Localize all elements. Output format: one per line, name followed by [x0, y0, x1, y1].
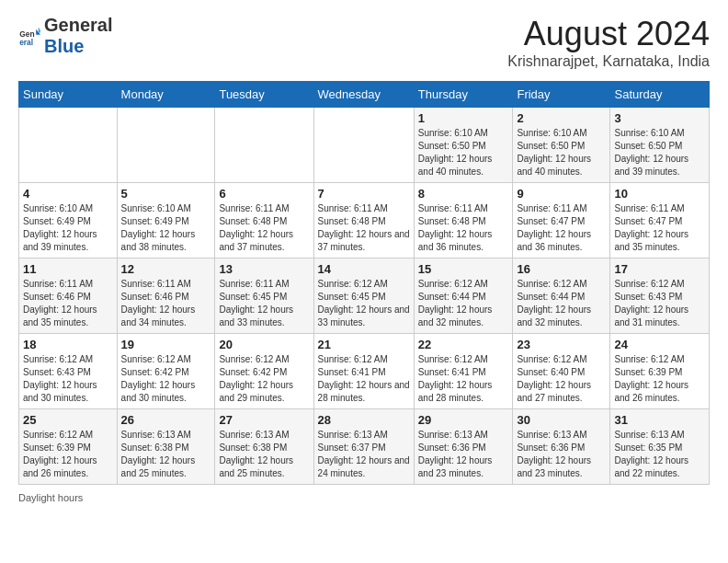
day-number: 11	[23, 262, 113, 276]
day-info: Sunrise: 6:13 AMSunset: 6:37 PMDaylight:…	[318, 429, 410, 480]
table-row	[313, 108, 414, 183]
table-row: 13Sunrise: 6:11 AMSunset: 6:45 PMDayligh…	[215, 259, 313, 334]
col-sunday: Sunday	[19, 82, 118, 108]
day-info: Sunrise: 6:12 AMSunset: 6:44 PMDaylight:…	[517, 278, 606, 329]
title-area: August 2024 Krishnarajpet, Karnataka, In…	[507, 15, 710, 70]
location: Krishnarajpet, Karnataka, India	[507, 53, 710, 70]
day-info: Sunrise: 6:11 AMSunset: 6:47 PMDaylight:…	[614, 202, 705, 254]
day-info: Sunrise: 6:11 AMSunset: 6:46 PMDaylight:…	[121, 278, 211, 329]
table-row: 9Sunrise: 6:11 AMSunset: 6:47 PMDaylight…	[513, 183, 610, 259]
day-info: Sunrise: 6:13 AMSunset: 6:38 PMDaylight:…	[219, 429, 309, 480]
day-number: 22	[418, 338, 509, 351]
day-number: 18	[23, 338, 113, 351]
table-row: 2Sunrise: 6:10 AMSunset: 6:50 PMDaylight…	[513, 108, 610, 183]
table-row: 26Sunrise: 6:13 AMSunset: 6:38 PMDayligh…	[117, 409, 215, 485]
day-info: Sunrise: 6:13 AMSunset: 6:38 PMDaylight:…	[121, 429, 211, 480]
footer-note: Daylight hours	[18, 492, 710, 503]
table-row: 11Sunrise: 6:11 AMSunset: 6:46 PMDayligh…	[19, 259, 118, 334]
day-info: Sunrise: 6:10 AMSunset: 6:49 PMDaylight:…	[121, 202, 211, 254]
day-info: Sunrise: 6:11 AMSunset: 6:48 PMDaylight:…	[318, 202, 410, 254]
day-info: Sunrise: 6:10 AMSunset: 6:50 PMDaylight:…	[517, 127, 606, 178]
day-info: Sunrise: 6:12 AMSunset: 6:41 PMDaylight:…	[418, 353, 509, 405]
day-number: 25	[23, 413, 113, 427]
col-friday: Friday	[513, 82, 610, 108]
day-number: 3	[614, 111, 705, 125]
table-row: 28Sunrise: 6:13 AMSunset: 6:37 PMDayligh…	[313, 409, 414, 485]
table-row	[117, 108, 215, 183]
table-row: 25Sunrise: 6:12 AMSunset: 6:39 PMDayligh…	[19, 409, 118, 485]
table-row: 6Sunrise: 6:11 AMSunset: 6:48 PMDaylight…	[215, 183, 313, 259]
day-number: 30	[517, 413, 606, 427]
table-row: 12Sunrise: 6:11 AMSunset: 6:46 PMDayligh…	[117, 259, 215, 334]
calendar-header-row: Sunday Monday Tuesday Wednesday Thursday…	[19, 82, 710, 108]
day-number: 6	[219, 187, 309, 201]
table-row: 7Sunrise: 6:11 AMSunset: 6:48 PMDaylight…	[313, 183, 414, 259]
day-number: 23	[517, 338, 606, 351]
day-info: Sunrise: 6:12 AMSunset: 6:45 PMDaylight:…	[318, 278, 410, 329]
day-number: 14	[318, 262, 410, 276]
header: Gen eral General Blue August 2024 Krishn…	[18, 15, 710, 70]
table-row: 22Sunrise: 6:12 AMSunset: 6:41 PMDayligh…	[414, 334, 513, 409]
table-row: 31Sunrise: 6:13 AMSunset: 6:35 PMDayligh…	[610, 409, 710, 485]
day-number: 21	[318, 338, 410, 351]
table-row: 19Sunrise: 6:12 AMSunset: 6:42 PMDayligh…	[117, 334, 215, 409]
calendar-week-row: 11Sunrise: 6:11 AMSunset: 6:46 PMDayligh…	[19, 259, 710, 334]
day-number: 28	[318, 413, 410, 427]
table-row: 15Sunrise: 6:12 AMSunset: 6:44 PMDayligh…	[414, 259, 513, 334]
day-info: Sunrise: 6:11 AMSunset: 6:46 PMDaylight:…	[23, 278, 113, 329]
col-tuesday: Tuesday	[215, 82, 313, 108]
table-row: 30Sunrise: 6:13 AMSunset: 6:36 PMDayligh…	[513, 409, 610, 485]
col-wednesday: Wednesday	[313, 82, 414, 108]
day-number: 12	[121, 262, 211, 276]
day-number: 19	[121, 338, 211, 351]
day-info: Sunrise: 6:10 AMSunset: 6:50 PMDaylight:…	[418, 127, 509, 178]
day-number: 9	[517, 187, 606, 201]
day-info: Sunrise: 6:11 AMSunset: 6:47 PMDaylight:…	[517, 202, 606, 254]
table-row	[19, 108, 118, 183]
day-number: 7	[318, 187, 410, 201]
table-row: 29Sunrise: 6:13 AMSunset: 6:36 PMDayligh…	[414, 409, 513, 485]
logo-general: General	[44, 15, 112, 35]
table-row: 3Sunrise: 6:10 AMSunset: 6:50 PMDaylight…	[610, 108, 710, 183]
day-info: Sunrise: 6:12 AMSunset: 6:43 PMDaylight:…	[23, 353, 113, 405]
logo: Gen eral General Blue	[18, 15, 112, 57]
day-info: Sunrise: 6:13 AMSunset: 6:35 PMDaylight:…	[614, 429, 705, 480]
day-number: 26	[121, 413, 211, 427]
table-row: 10Sunrise: 6:11 AMSunset: 6:47 PMDayligh…	[610, 183, 710, 259]
table-row: 17Sunrise: 6:12 AMSunset: 6:43 PMDayligh…	[610, 259, 710, 334]
col-monday: Monday	[117, 82, 215, 108]
day-number: 4	[23, 187, 113, 201]
daylight-label: Daylight hours	[18, 492, 83, 503]
table-row: 24Sunrise: 6:12 AMSunset: 6:39 PMDayligh…	[610, 334, 710, 409]
day-number: 31	[614, 413, 705, 427]
calendar-week-row: 1Sunrise: 6:10 AMSunset: 6:50 PMDaylight…	[19, 108, 710, 183]
day-number: 27	[219, 413, 309, 427]
day-number: 13	[219, 262, 309, 276]
table-row: 18Sunrise: 6:12 AMSunset: 6:43 PMDayligh…	[19, 334, 118, 409]
day-info: Sunrise: 6:11 AMSunset: 6:48 PMDaylight:…	[219, 202, 309, 254]
day-number: 24	[614, 338, 705, 351]
day-info: Sunrise: 6:12 AMSunset: 6:41 PMDaylight:…	[318, 353, 410, 405]
day-info: Sunrise: 6:12 AMSunset: 6:42 PMDaylight:…	[219, 353, 309, 405]
calendar-table: Sunday Monday Tuesday Wednesday Thursday…	[18, 81, 710, 485]
day-info: Sunrise: 6:13 AMSunset: 6:36 PMDaylight:…	[517, 429, 606, 480]
day-info: Sunrise: 6:12 AMSunset: 6:42 PMDaylight:…	[121, 353, 211, 405]
calendar-week-row: 18Sunrise: 6:12 AMSunset: 6:43 PMDayligh…	[19, 334, 710, 409]
logo-text: General Blue	[44, 15, 112, 57]
table-row: 8Sunrise: 6:11 AMSunset: 6:48 PMDaylight…	[414, 183, 513, 259]
day-number: 20	[219, 338, 309, 351]
day-number: 29	[418, 413, 509, 427]
day-info: Sunrise: 6:11 AMSunset: 6:45 PMDaylight:…	[219, 278, 309, 329]
day-info: Sunrise: 6:13 AMSunset: 6:36 PMDaylight:…	[418, 429, 509, 480]
day-info: Sunrise: 6:12 AMSunset: 6:39 PMDaylight:…	[23, 429, 113, 480]
table-row: 14Sunrise: 6:12 AMSunset: 6:45 PMDayligh…	[313, 259, 414, 334]
svg-marker-3	[39, 27, 40, 32]
col-saturday: Saturday	[610, 82, 710, 108]
svg-text:eral: eral	[19, 38, 33, 47]
col-thursday: Thursday	[414, 82, 513, 108]
day-number: 2	[517, 111, 606, 125]
day-number: 5	[121, 187, 211, 201]
day-number: 10	[614, 187, 705, 201]
table-row	[215, 108, 313, 183]
day-info: Sunrise: 6:11 AMSunset: 6:48 PMDaylight:…	[418, 202, 509, 254]
